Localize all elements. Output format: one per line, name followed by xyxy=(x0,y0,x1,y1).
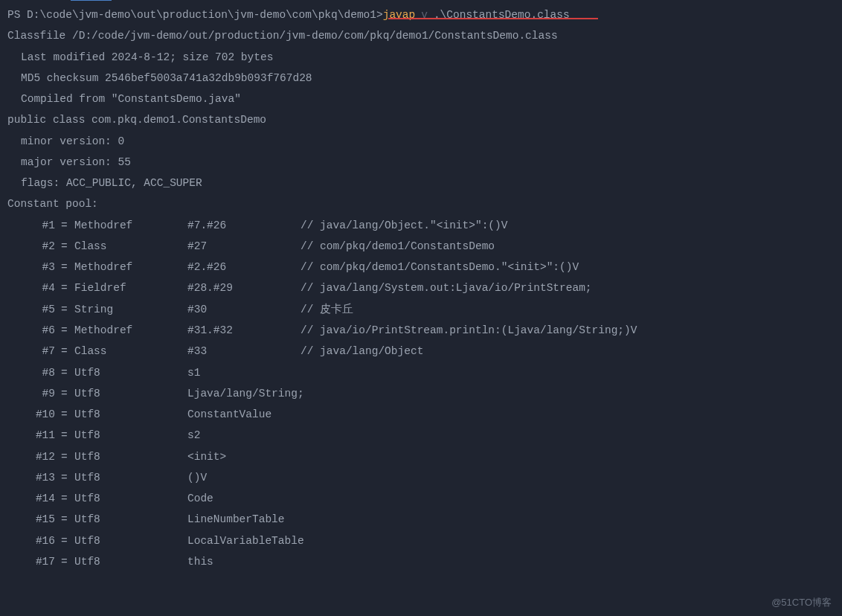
pool-value: LocalVariableTable xyxy=(187,530,301,551)
constant-pool-entry: #9= Utf8Ljava/lang/String; xyxy=(7,383,835,404)
constant-pool-entry: #10= Utf8ConstantValue xyxy=(7,404,835,425)
constant-pool-entry: #17= Utf8this xyxy=(7,551,835,572)
pool-comment: // com/pkq/demo1/ConstantsDemo xyxy=(301,236,495,257)
classfile-path: Classfile /D:/code/jvm-demo/out/producti… xyxy=(7,25,835,46)
constant-pool-entry: #13= Utf8()V xyxy=(7,467,835,488)
equals-sign: = xyxy=(61,257,74,277)
constant-pool-entry: #6= Methodref#31.#32// java/io/PrintStre… xyxy=(7,320,835,341)
constant-pool-entry: #2= Class#27// com/pkq/demo1/ConstantsDe… xyxy=(7,236,835,257)
pool-type: String xyxy=(74,299,187,320)
pool-value: s1 xyxy=(187,362,301,383)
pool-index: #2 xyxy=(22,236,61,257)
pool-index: #3 xyxy=(22,257,61,277)
constant-pool-entry: #12= Utf8<init> xyxy=(7,446,835,467)
pool-type: Methodref xyxy=(74,215,187,236)
pool-index: #11 xyxy=(22,425,61,446)
pool-comment: // java/lang/Object."<init>":()V xyxy=(301,215,507,236)
pool-index: #14 xyxy=(22,488,61,509)
constant-pool-entry: #14= Utf8Code xyxy=(7,488,835,509)
pool-value: LineNumberTable xyxy=(187,509,301,530)
equals-sign: = xyxy=(61,320,74,341)
pool-type: Utf8 xyxy=(74,530,187,551)
terminal-prompt-line[interactable]: PS D:\code\jvm-demo\out\production\jvm-d… xyxy=(7,4,835,25)
pool-index: #16 xyxy=(22,530,61,551)
equals-sign: = xyxy=(61,299,74,320)
pool-value: ()V xyxy=(187,467,301,488)
pool-value: #7.#26 xyxy=(187,215,301,236)
pool-type: Class xyxy=(74,341,187,362)
pool-type: Utf8 xyxy=(74,446,187,467)
minor-version: minor version: 0 xyxy=(7,131,835,152)
pool-comment: // com/pkq/demo1/ConstantsDemo."<init>":… xyxy=(301,257,579,277)
pool-index: #13 xyxy=(22,467,61,488)
pool-index: #7 xyxy=(22,341,61,362)
constant-pool-list: #1= Methodref#7.#26// java/lang/Object."… xyxy=(7,215,835,573)
pool-index: #17 xyxy=(22,551,61,572)
pool-value: #33 xyxy=(187,341,301,362)
pool-type: Utf8 xyxy=(74,362,187,383)
constant-pool-entry: #16= Utf8LocalVariableTable xyxy=(7,530,835,551)
pool-index: #6 xyxy=(22,320,61,341)
pool-type: Utf8 xyxy=(74,404,187,425)
pool-type: Fieldref xyxy=(74,277,187,298)
equals-sign: = xyxy=(61,341,74,362)
command-flag: v xyxy=(421,4,428,25)
equals-sign: = xyxy=(61,404,74,425)
pool-type: Utf8 xyxy=(74,383,187,404)
last-modified: Last modified 2024-8-12; size 702 bytes xyxy=(7,47,835,68)
pool-comment: // java/lang/System.out:Ljava/io/PrintSt… xyxy=(301,277,592,298)
equals-sign: = xyxy=(61,488,74,509)
equals-sign: = xyxy=(61,215,74,236)
pool-value: this xyxy=(187,551,301,572)
pool-type: Utf8 xyxy=(74,551,187,572)
compiled-from: Compiled from "ConstantsDemo.java" xyxy=(7,89,835,109)
constant-pool-label: Constant pool: xyxy=(7,193,835,214)
pool-value: <init> xyxy=(187,446,301,467)
pool-index: #15 xyxy=(22,509,61,530)
constant-pool-entry: #5= String#30// 皮卡丘 xyxy=(7,299,835,320)
equals-sign: = xyxy=(61,425,74,446)
pool-value: Ljava/lang/String; xyxy=(187,383,301,404)
pool-type: Class xyxy=(74,236,187,257)
equals-sign: = xyxy=(61,383,74,404)
pool-type: Methodref xyxy=(74,320,187,341)
pool-index: #5 xyxy=(22,299,61,320)
constant-pool-entry: #15= Utf8LineNumberTable xyxy=(7,509,835,530)
prompt-path: PS D:\code\jvm-demo\out\production\jvm-d… xyxy=(7,4,383,25)
pool-index: #10 xyxy=(22,404,61,425)
equals-sign: = xyxy=(61,530,74,551)
constant-pool-entry: #4= Fieldref#28.#29// java/lang/System.o… xyxy=(7,277,835,298)
pool-index: #4 xyxy=(22,277,61,298)
pool-value: #31.#32 xyxy=(187,320,301,341)
pool-value: #28.#29 xyxy=(187,277,301,298)
equals-sign: = xyxy=(61,362,74,383)
command-name: javap xyxy=(383,4,416,25)
pool-index: #8 xyxy=(22,362,61,383)
red-underline-annotation xyxy=(388,18,598,19)
pool-index: #1 xyxy=(22,215,61,236)
pool-comment: // java/lang/Object xyxy=(301,341,423,362)
pool-value: ConstantValue xyxy=(187,404,301,425)
access-flags: flags: ACC_PUBLIC, ACC_SUPER xyxy=(7,173,835,193)
md5-checksum: MD5 checksum 2546bef5003a741a32db9b093f7… xyxy=(7,68,835,89)
equals-sign: = xyxy=(61,446,74,467)
pool-value: s2 xyxy=(187,425,301,446)
constant-pool-entry: #11= Utf8s2 xyxy=(7,425,835,446)
pool-comment: // java/io/PrintStream.println:(Ljava/la… xyxy=(301,320,637,341)
constant-pool-entry: #3= Methodref#2.#26// com/pkq/demo1/Cons… xyxy=(7,257,835,277)
equals-sign: = xyxy=(61,551,74,572)
pool-index: #9 xyxy=(22,383,61,404)
pool-type: Methodref xyxy=(74,257,187,277)
pool-value: #30 xyxy=(187,299,301,320)
constant-pool-entry: #1= Methodref#7.#26// java/lang/Object."… xyxy=(7,215,835,236)
equals-sign: = xyxy=(61,467,74,488)
command-argument: .\ConstantsDemo.class xyxy=(434,4,570,25)
major-version: major version: 55 xyxy=(7,152,835,173)
watermark: @51CTO博客 xyxy=(771,593,832,612)
equals-sign: = xyxy=(61,509,74,530)
equals-sign: = xyxy=(61,277,74,298)
constant-pool-entry: #7= Class#33// java/lang/Object xyxy=(7,341,835,362)
pool-type: Utf8 xyxy=(74,509,187,530)
equals-sign: = xyxy=(61,236,74,257)
pool-value: #2.#26 xyxy=(187,257,301,277)
